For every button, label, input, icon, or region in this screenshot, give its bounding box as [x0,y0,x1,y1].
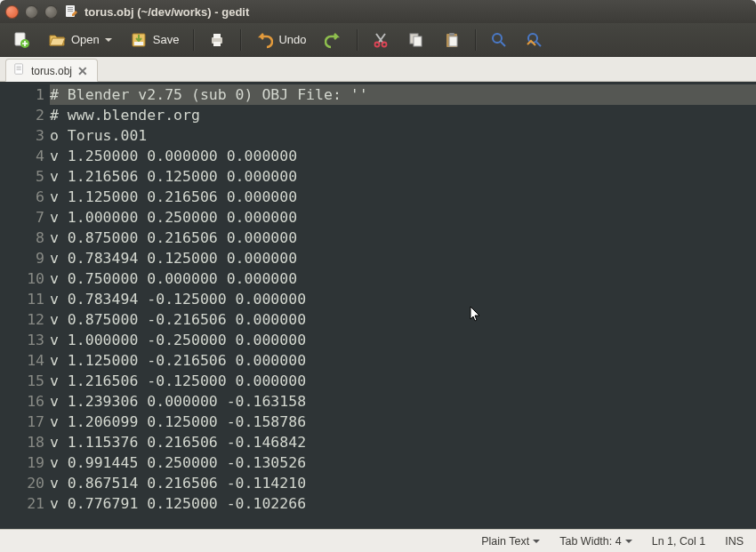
cut-icon [372,31,390,49]
undo-button[interactable]: Undo [248,28,313,52]
svg-rect-16 [449,36,457,46]
open-label: Open [71,33,100,46]
cursor-position: Ln 1, Col 1 [652,535,705,548]
copy-icon [407,31,425,49]
insert-mode: INS [725,535,744,548]
code-area[interactable]: # Blender v2.75 (sub 0) OBJ File: ''# ww… [48,82,756,529]
svg-point-12 [382,42,386,46]
svg-rect-10 [213,42,221,46]
find-replace-icon [526,31,543,49]
svg-rect-21 [17,67,21,68]
svg-rect-1 [68,7,73,8]
open-button[interactable]: Open [41,28,119,52]
toolbar-separator [193,29,194,51]
cut-button[interactable] [365,28,397,52]
save-button[interactable]: Save [123,28,187,52]
paste-icon [443,31,461,49]
toolbar-separator [357,29,358,51]
find-button[interactable] [483,28,515,52]
redo-button[interactable] [318,28,350,52]
language-label: Plain Text [481,535,529,548]
window-close-button[interactable] [5,5,19,19]
svg-rect-9 [213,34,221,38]
tab-close-button[interactable]: ✕ [77,65,88,77]
svg-point-11 [374,42,379,46]
svg-point-18 [493,34,502,43]
toolbar: Open Save Undo [0,23,756,57]
print-icon [208,31,226,49]
undo-label: Undo [278,33,306,46]
tab-label: torus.obj [31,65,72,77]
titlebar: torus.obj (~/dev/works) - gedit [0,0,756,23]
window-minimize-button[interactable] [25,5,38,19]
window-title: torus.obj (~/dev/works) - gedit [84,5,249,19]
svg-rect-23 [17,69,21,70]
svg-rect-3 [68,11,73,12]
undo-icon [255,31,273,49]
svg-rect-14 [414,36,422,46]
save-icon [130,31,148,49]
tabwidth-selector[interactable]: Tab Width: 4 [559,535,631,548]
print-button[interactable] [201,28,233,52]
window-maximize-button[interactable] [44,5,58,19]
copy-button[interactable] [400,28,432,52]
redo-icon [325,31,342,49]
toolbar-separator [475,29,476,51]
tab-strip: torus.obj ✕ [0,57,756,82]
chevron-down-icon [625,540,632,543]
chevron-down-icon [105,38,112,42]
app-icon [64,4,78,19]
language-selector[interactable]: Plain Text [481,535,540,548]
save-label: Save [153,33,180,46]
chevron-down-icon [533,540,540,543]
find-replace-button[interactable] [519,28,551,52]
file-icon [13,63,26,78]
svg-rect-2 [68,9,73,10]
svg-rect-17 [449,33,454,36]
svg-rect-20 [15,64,23,74]
search-icon [490,31,508,49]
tab-file[interactable]: torus.obj ✕ [5,59,98,82]
editor[interactable]: 1 2 3 4 5 6 7 8 9 10 11 12 13 14 15 16 1… [0,82,756,529]
svg-rect-22 [17,68,21,68]
statusbar: Plain Text Tab Width: 4 Ln 1, Col 1 INS [0,529,756,552]
tabwidth-label: Tab Width: 4 [559,535,621,548]
new-file-icon [12,31,30,49]
line-number-gutter: 1 2 3 4 5 6 7 8 9 10 11 12 13 14 15 16 1… [0,82,48,529]
new-file-button[interactable] [5,28,37,52]
svg-rect-7 [134,42,143,45]
open-icon [48,31,66,49]
paste-button[interactable] [436,28,468,52]
toolbar-separator [240,29,241,51]
